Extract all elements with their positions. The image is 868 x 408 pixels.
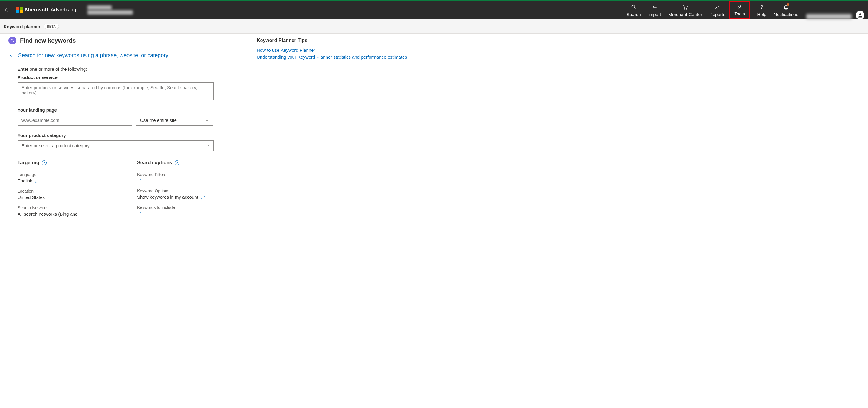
category-select[interactable]: Enter or select a product category: [18, 140, 214, 151]
landing-page-label: Your landing page: [18, 107, 239, 112]
tips-heading: Keyword Planner Tips: [257, 38, 860, 43]
wrench-icon: [737, 3, 743, 10]
landing-page-input[interactable]: [18, 115, 132, 126]
svg-point-4: [859, 13, 861, 15]
back-button[interactable]: [4, 7, 10, 13]
search-options-heading: Search options ?: [137, 160, 239, 165]
keyword-options-value: Show keywords in my account: [137, 195, 198, 200]
chevron-down-icon: [206, 144, 210, 148]
brand-name-1: Microsoft: [25, 7, 49, 13]
svg-point-2: [686, 9, 687, 10]
bell-icon: [783, 4, 789, 10]
keyword-options-label: Keyword Options: [137, 189, 239, 193]
account-switcher[interactable]: [88, 5, 133, 14]
notification-dot: [787, 3, 789, 6]
location-label: Location: [18, 189, 119, 194]
beta-badge: BETA: [43, 24, 59, 29]
nav-help[interactable]: Help: [753, 1, 770, 20]
chevron-down-icon: [8, 53, 14, 58]
tips-panel: Keyword Planner Tips How to use Keyword …: [257, 37, 860, 61]
expander-search-new-keywords[interactable]: Search for new keywords using a phrase, …: [8, 52, 239, 59]
edit-options-button[interactable]: [200, 195, 206, 200]
cart-icon: [682, 4, 688, 10]
help-icon[interactable]: ?: [42, 160, 46, 165]
tips-link-understanding[interactable]: Understanding your Keyword Planner stati…: [257, 55, 860, 60]
avatar[interactable]: [856, 11, 864, 20]
nav-right: Search Import Merchant Center Reports To…: [623, 1, 864, 20]
svg-point-1: [684, 9, 685, 10]
nav-import[interactable]: Import: [645, 1, 665, 20]
svg-point-0: [632, 5, 634, 8]
nav-search[interactable]: Search: [623, 1, 645, 20]
keywords-include-label: Keywords to include: [137, 205, 239, 210]
chart-icon: [714, 4, 720, 10]
svg-point-3: [762, 9, 762, 9]
import-icon: [651, 4, 658, 10]
brand[interactable]: Microsoft Advertising: [17, 7, 76, 13]
network-label: Search Network: [18, 205, 119, 210]
sub-header: Keyword planner BETA: [0, 20, 868, 34]
language-label: Language: [18, 172, 119, 177]
user-name[interactable]: [806, 14, 851, 20]
network-value: All search networks (Bing and: [18, 211, 78, 216]
chevron-down-icon: [205, 118, 209, 123]
product-label: Product or service: [18, 75, 239, 80]
help-icon[interactable]: ?: [175, 160, 180, 165]
keyword-filters-label: Keyword Filters: [137, 172, 239, 177]
nav-reports[interactable]: Reports: [706, 1, 729, 20]
edit-location-button[interactable]: [47, 195, 52, 200]
form-instruction: Enter one or more of the following:: [18, 67, 239, 72]
edit-filters-button[interactable]: [137, 178, 142, 183]
location-value: United States: [18, 195, 45, 200]
svg-point-5: [11, 39, 13, 41]
edit-language-button[interactable]: [35, 178, 40, 183]
language-value: English: [18, 178, 32, 183]
nav-notifications[interactable]: Notifications: [770, 1, 802, 20]
nav-merchant-center[interactable]: Merchant Center: [664, 1, 706, 20]
top-bar: Microsoft Advertising Search Import Merc…: [0, 0, 868, 20]
section-title: Find new keywords: [8, 37, 239, 44]
product-input[interactable]: [18, 82, 214, 100]
search-icon: [631, 4, 637, 10]
microsoft-logo-icon: [17, 7, 23, 13]
edit-include-button[interactable]: [137, 211, 142, 216]
brand-name-2: Advertising: [51, 7, 76, 13]
site-scope-select[interactable]: Use the entire site: [136, 115, 213, 126]
section-heading: Find new keywords: [20, 37, 76, 44]
page-title: Keyword planner: [4, 24, 40, 29]
nav-tools[interactable]: Tools: [729, 1, 750, 20]
tips-link-how-to[interactable]: How to use Keyword Planner: [257, 47, 860, 53]
find-keywords-icon: [8, 37, 17, 44]
targeting-heading: Targeting ?: [18, 160, 119, 165]
help-icon: [759, 4, 765, 10]
category-label: Your product category: [18, 133, 239, 138]
